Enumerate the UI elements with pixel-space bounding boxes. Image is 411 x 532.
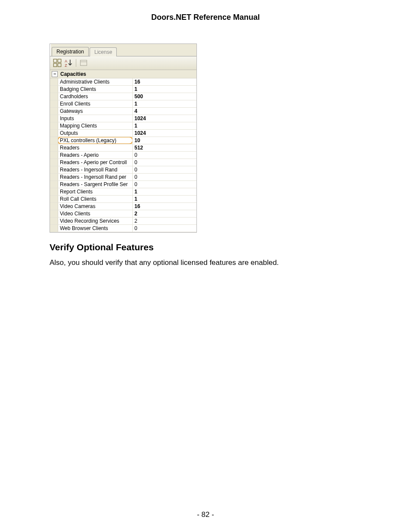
property-label: Gateways — [58, 108, 133, 115]
row-gutter — [50, 218, 58, 224]
property-row[interactable]: Readers - Ingersoll Rand per0 — [50, 174, 196, 181]
section-heading-verify-optional-features: Verify Optional Features — [50, 242, 361, 252]
row-gutter — [50, 115, 58, 122]
property-label: Readers — [58, 144, 133, 151]
property-label: Video Recording Services — [58, 218, 133, 224]
svg-text:Z: Z — [65, 63, 67, 67]
property-row[interactable]: Cardholders500 — [50, 93, 196, 100]
property-value[interactable]: 2 — [133, 210, 196, 217]
row-gutter — [50, 196, 58, 202]
property-label: Video Clients — [58, 210, 133, 217]
category-header-capacities[interactable]: − Capacities — [50, 70, 196, 78]
page-number: - 82 - — [0, 510, 411, 519]
row-gutter — [50, 152, 58, 159]
svg-rect-6 — [81, 60, 87, 66]
property-row[interactable]: Readers - Aperio per Controll0 — [50, 159, 196, 166]
property-label: Video Cameras — [58, 203, 133, 210]
row-gutter — [50, 93, 58, 100]
highlight-ring — [58, 137, 133, 144]
toolbar-separator — [76, 59, 76, 67]
row-gutter — [50, 174, 58, 180]
property-value[interactable]: 1 — [133, 86, 196, 93]
property-label: Mapping Clients — [58, 122, 133, 129]
property-grid-window: Registration License AZ − Capacities Adm… — [50, 44, 197, 233]
row-gutter — [50, 188, 58, 195]
row-gutter — [50, 100, 58, 107]
row-gutter — [50, 181, 58, 188]
property-value[interactable]: 500 — [133, 93, 196, 100]
property-value[interactable]: 0 — [133, 174, 196, 180]
property-value[interactable]: 0 — [133, 159, 196, 166]
property-label: Readers - Aperio per Controll — [58, 159, 133, 166]
property-row[interactable]: Gateways4 — [50, 108, 196, 115]
property-label: Readers - Sargent Profile Ser — [58, 181, 133, 188]
property-value[interactable]: 16 — [133, 78, 196, 85]
property-value[interactable]: 1 — [133, 188, 196, 195]
property-label: Report Clients — [58, 188, 133, 195]
property-label: Badging Clients — [58, 86, 133, 93]
property-row[interactable]: Video Cameras16 — [50, 203, 196, 210]
property-row[interactable]: Enroll Clients1 — [50, 100, 196, 108]
property-row[interactable]: Badging Clients1 — [50, 86, 196, 93]
property-value[interactable]: 2 — [133, 218, 196, 224]
property-label: Enroll Clients — [58, 100, 133, 107]
collapse-icon[interactable]: − — [52, 71, 58, 77]
property-row[interactable]: Administrative Clients16 — [50, 78, 196, 86]
property-row[interactable]: Web Browser Clients0 — [50, 225, 196, 232]
row-gutter — [50, 137, 58, 144]
property-grid-toolbar: AZ — [50, 56, 196, 70]
property-value[interactable]: 0 — [133, 225, 196, 232]
property-value[interactable]: 1 — [133, 196, 196, 202]
property-value[interactable]: 10 — [133, 137, 196, 144]
property-grid: − Capacities Administrative Clients16Bad… — [50, 70, 196, 232]
property-value[interactable]: 0 — [133, 152, 196, 159]
alphabetical-sort-icon[interactable]: AZ — [64, 58, 73, 68]
property-label: Administrative Clients — [58, 78, 133, 85]
property-row[interactable]: Video Clients2 — [50, 210, 196, 218]
property-value[interactable]: 0 — [133, 181, 196, 188]
property-row[interactable]: Readers - Sargent Profile Ser0 — [50, 181, 196, 188]
page: Doors.NET Reference Manual Registration … — [0, 0, 411, 532]
property-row[interactable]: Roll Call Clients1 — [50, 196, 196, 203]
row-gutter — [50, 86, 58, 93]
row-gutter — [50, 203, 58, 210]
property-row[interactable]: Readers - Aperio0 — [50, 152, 196, 159]
property-row[interactable]: Report Clients1 — [50, 188, 196, 196]
property-row[interactable]: Inputs1024 — [50, 115, 196, 122]
category-label: Capacities — [60, 71, 86, 77]
svg-rect-3 — [58, 63, 61, 67]
property-label: Readers - Aperio — [58, 152, 133, 159]
property-value[interactable]: 4 — [133, 108, 196, 115]
property-value[interactable]: 16 — [133, 203, 196, 210]
row-gutter — [50, 144, 58, 151]
svg-rect-1 — [58, 59, 61, 62]
property-value[interactable]: 1 — [133, 122, 196, 129]
svg-rect-0 — [53, 59, 57, 62]
tab-registration[interactable]: Registration — [52, 47, 89, 56]
tab-license[interactable]: License — [90, 47, 117, 56]
property-label: Readers - Ingersoll Rand — [58, 166, 133, 173]
property-value[interactable]: 1024 — [133, 130, 196, 137]
property-row[interactable]: Video Recording Services2 — [50, 218, 196, 225]
row-gutter — [50, 166, 58, 173]
property-row[interactable]: PXL controllers (Legacy)10 — [50, 137, 196, 144]
property-label: Inputs — [58, 115, 133, 122]
property-row[interactable]: Outputs1024 — [50, 130, 196, 137]
row-gutter — [50, 159, 58, 166]
property-label: Cardholders — [58, 93, 133, 100]
categorized-view-icon[interactable] — [53, 58, 62, 68]
property-value[interactable]: 512 — [133, 144, 196, 151]
property-value[interactable]: 1 — [133, 100, 196, 107]
row-gutter — [50, 122, 58, 129]
property-row[interactable]: Readers - Ingersoll Rand0 — [50, 166, 196, 174]
property-row[interactable]: Mapping Clients1 — [50, 122, 196, 130]
property-label: Readers - Ingersoll Rand per — [58, 174, 133, 180]
property-label: Outputs — [58, 130, 133, 137]
property-pages-icon[interactable] — [79, 58, 88, 68]
property-row[interactable]: Readers512 — [50, 144, 196, 152]
property-value[interactable]: 0 — [133, 166, 196, 173]
property-label: PXL controllers (Legacy) — [58, 137, 133, 144]
property-label: Roll Call Clients — [58, 196, 133, 202]
row-gutter — [50, 210, 58, 217]
property-value[interactable]: 1024 — [133, 115, 196, 122]
